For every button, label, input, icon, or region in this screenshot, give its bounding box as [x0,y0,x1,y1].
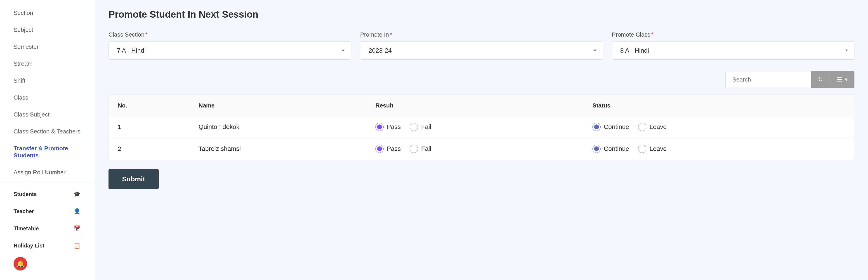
status-leave-radio[interactable] [638,123,646,131]
list-icon: ☰ [837,76,842,83]
row-status: Continue Leave [583,138,854,160]
class-section-select[interactable]: 7 A - Hindi 7 B - Hindi 8 A - Hindi [108,41,351,60]
notification-icon[interactable]: 🔔 [13,257,27,271]
timetable-label: Timetable [13,225,39,232]
result-fail-label[interactable]: Fail [410,123,431,131]
row-no: 1 [109,116,190,138]
sidebar-item-class[interactable]: Class [0,89,95,106]
sidebar-section-holiday-list[interactable]: Holiday List 📋 [0,235,95,252]
sidebar-divider [0,182,95,182]
calendar-check-icon: 📋 [73,242,81,250]
calendar-icon: 📅 [73,224,81,233]
sidebar-item-class-subject[interactable]: Class Subject [0,106,95,123]
sidebar-item-section[interactable]: Section [0,4,95,22]
result-pass-radio[interactable] [375,145,383,153]
required-star-2: * [390,31,392,38]
status-continue-radio[interactable] [592,145,600,153]
sidebar-item-transfer-promote[interactable]: Transfer & Promote Students [0,140,95,164]
teacher-label: Teacher [13,208,34,214]
promote-class-group: Promote Class* 8 A - Hindi 8 B - Hindi [612,31,855,60]
sidebar-item-semester[interactable]: Semester [0,38,95,55]
col-result: Result [366,95,583,116]
table-row: 2 Tabreiz shamsi Pass Fail [109,138,854,160]
graduation-cap-icon: 🎓 [73,190,81,198]
sidebar-item-subject[interactable]: Subject [0,22,95,38]
status-leave-label[interactable]: Leave [638,123,666,131]
result-fail-radio[interactable] [410,123,418,131]
fail-label: Fail [421,145,431,152]
toolbar: ↻ ☰ ▾ [108,71,855,88]
sidebar-item-label: Shift [13,77,25,84]
chevron-down-icon: ▾ [845,76,848,83]
page-title: Promote Student In Next Session [108,9,855,20]
result-pass-label[interactable]: Pass [375,123,401,131]
sidebar-section-teacher[interactable]: Teacher 👤 [0,201,95,218]
sidebar-item-assign-roll[interactable]: Assign Roll Number [0,164,95,181]
status-continue-label[interactable]: Continue [592,123,629,131]
sidebar-item-label: Class Section & Teachers [13,128,81,135]
sidebar-item-stream[interactable]: Stream [0,55,95,72]
leave-label: Leave [649,145,666,152]
sidebar-item-label: Assign Roll Number [13,169,66,176]
students-table: No. Name Result Status 1 Quinton dekok [109,95,854,160]
sidebar-item-label: Semester [13,43,39,50]
result-radio-group: Pass Fail [375,123,575,131]
class-section-group: Class Section* 7 A - Hindi 7 B - Hindi 8… [108,31,351,60]
row-result: Pass Fail [366,116,583,138]
col-name: Name [190,95,366,116]
promote-class-select[interactable]: 8 A - Hindi 8 B - Hindi [612,41,855,60]
status-continue-label[interactable]: Continue [592,145,629,153]
leave-label: Leave [649,123,666,131]
sidebar-section-students[interactable]: Students 🎓 [0,184,95,201]
continue-label: Continue [604,145,629,152]
students-table-container: No. Name Result Status 1 Quinton dekok [108,95,855,160]
col-status: Status [583,95,854,116]
pass-label: Pass [387,145,401,152]
search-input[interactable] [725,71,811,88]
class-section-label: Class Section* [108,31,351,38]
continue-label: Continue [604,123,629,131]
table-header-row: No. Name Result Status [109,95,854,116]
promote-in-select[interactable]: 2023-24 2024-25 [360,41,602,60]
row-status: Continue Leave [583,116,854,138]
promote-in-group: Promote In* 2023-24 2024-25 [360,31,602,60]
result-pass-label[interactable]: Pass [375,145,401,153]
form-row: Class Section* 7 A - Hindi 7 B - Hindi 8… [108,31,855,60]
list-view-button[interactable]: ☰ ▾ [830,71,855,88]
sidebar-item-label: Transfer & Promote Students [13,145,81,159]
pass-label: Pass [387,123,401,131]
sidebar-item-shift[interactable]: Shift [0,72,95,89]
row-name: Quinton dekok [190,116,366,138]
person-icon: 👤 [73,207,81,215]
holiday-list-label: Holiday List [13,243,44,249]
status-leave-label[interactable]: Leave [638,145,666,153]
fail-label: Fail [421,123,431,131]
sidebar-item-label: Class [13,94,28,101]
refresh-button[interactable]: ↻ [811,71,830,88]
status-leave-radio[interactable] [638,145,646,153]
status-radio-group: Continue Leave [592,145,845,153]
submit-button[interactable]: Submit [108,169,159,189]
refresh-icon: ↻ [818,76,823,83]
result-radio-group: Pass Fail [375,145,575,153]
required-star-3: * [651,31,653,38]
table-row: 1 Quinton dekok Pass Fail [109,116,854,138]
row-result: Pass Fail [366,138,583,160]
promote-in-label: Promote In* [360,31,602,38]
status-continue-radio[interactable] [592,123,600,131]
result-fail-label[interactable]: Fail [410,145,431,153]
result-fail-radio[interactable] [410,145,418,153]
sidebar-item-label: Subject [13,27,33,33]
sidebar-section-timetable[interactable]: Timetable 📅 [0,218,95,235]
result-pass-radio[interactable] [375,123,383,131]
sidebar-item-label: Section [13,9,33,16]
status-radio-group: Continue Leave [592,123,845,131]
sidebar-item-class-section-teachers[interactable]: Class Section & Teachers [0,123,95,140]
students-label: Students [13,191,37,197]
main-content: Promote Student In Next Session Class Se… [95,0,868,280]
promote-class-label: Promote Class* [612,31,855,38]
row-no: 2 [109,138,190,160]
col-no: No. [109,95,190,116]
row-name: Tabreiz shamsi [190,138,366,160]
sidebar-item-label: Class Subject [13,111,50,118]
